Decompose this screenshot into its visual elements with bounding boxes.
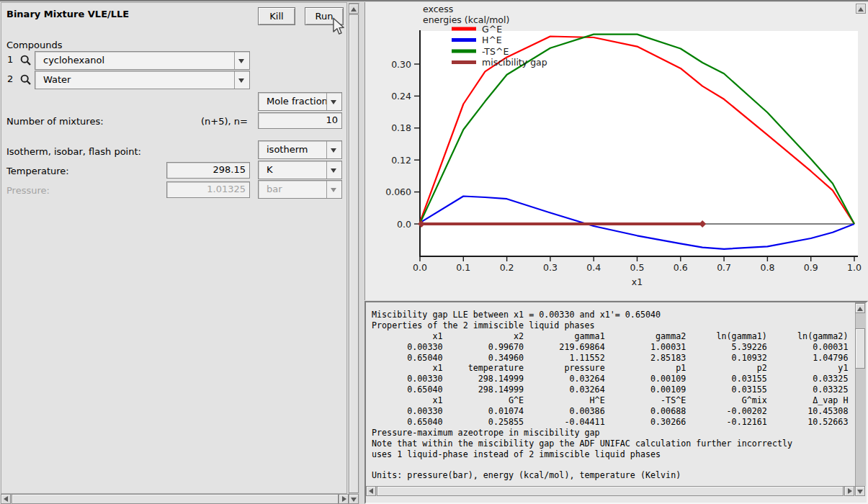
chevron-down-icon	[326, 181, 341, 198]
console-line: Miscibility gap LLE between x1 = 0.00330…	[372, 310, 847, 320]
x-tick-label: 0.3	[543, 262, 558, 273]
legend-label: H^E	[482, 35, 502, 45]
run-button[interactable]: Run	[305, 7, 344, 25]
compound-2-combobox[interactable]: Water	[35, 71, 250, 89]
y-tick-label: 0.18	[391, 122, 411, 133]
temperature-input[interactable]: 298.15	[166, 162, 250, 179]
mode-label: Isotherm, isobar, flash point:	[6, 146, 141, 157]
console-hscrollbar-thumb[interactable]	[377, 486, 844, 496]
temperature-unit-value: K	[267, 164, 273, 175]
scroll-up-arrow-icon[interactable]	[855, 303, 865, 313]
left-panel-vscrollbar[interactable]	[349, 3, 359, 504]
scroll-down-arrow-icon[interactable]	[855, 486, 865, 496]
page-title: Binary Mixture VLE/LLE	[6, 9, 129, 19]
kill-button[interactable]: Kill	[258, 7, 295, 25]
console-line: Units: pressure(bar), energy (kcal/mol),…	[372, 470, 847, 481]
legend-label: -TS^E	[482, 46, 509, 57]
console-line: 0.00330 0.99670 219.69864 1.00031 5.3922…	[372, 342, 847, 353]
composition-unit-combobox[interactable]: Mole fraction	[258, 92, 342, 111]
console-line: 0.65040 0.34960 1.11552 2.85183 0.10932 …	[372, 353, 847, 364]
pressure-unit-combobox: bar	[258, 180, 342, 199]
console-line: 0.65040 0.25855 -0.04411 0.30266 -0.1216…	[372, 417, 847, 428]
composition-unit-value: Mole fraction	[267, 96, 328, 107]
output-console-panel: Miscibility gap LLE between x1 = 0.00330…	[364, 301, 868, 504]
scroll-up-arrow-icon[interactable]	[349, 4, 359, 14]
compound-2-search-button[interactable]	[18, 72, 33, 89]
console-line	[372, 459, 847, 470]
temperature-unit-combobox[interactable]: K	[258, 161, 342, 179]
app-window: { "left_panel": { "title": "Binary Mixtu…	[0, 0, 868, 504]
compound-2-index: 2	[7, 73, 13, 84]
mode-combobox[interactable]: isotherm	[258, 140, 342, 159]
compound-1-combobox[interactable]: cyclohexanol	[35, 51, 250, 70]
left-panel-hscrollbar[interactable]	[1, 494, 349, 504]
compounds-label: Compounds	[6, 40, 62, 50]
console-line: x1 G^E H^E -TS^E G^mix Δ_vap H	[372, 395, 847, 406]
console-line: Note that within the miscibility gap the…	[372, 438, 847, 449]
y-tick-label: 0.12	[391, 155, 411, 166]
scroll-left-arrow-icon[interactable]	[1, 494, 11, 504]
chevron-down-icon[interactable]	[326, 141, 341, 158]
mixtures-label: Number of mixtures:	[6, 116, 104, 127]
x-tick-label: 1.0	[847, 262, 862, 273]
scroll-left-arrow-icon[interactable]	[366, 486, 376, 496]
legend-label: miscibility gap	[482, 57, 547, 68]
scroll-down-arrow-icon[interactable]	[349, 494, 359, 504]
x-tick-label: 0.1	[456, 262, 470, 273]
x-tick-label: 0.9	[804, 262, 818, 273]
excess-energies-chart-panel: excessenergies (kcal/mol)0.00.0600.120.1…	[364, 2, 868, 300]
left-panel-hscrollbar-thumb[interactable]	[12, 494, 339, 504]
temperature-label: Temperature:	[6, 166, 69, 176]
x-tick-label: 0.8	[760, 262, 774, 273]
pressure-label: Pressure:	[6, 185, 50, 196]
x-tick-label: 0.4	[586, 262, 601, 273]
console-vscrollbar-thumb[interactable]	[855, 328, 865, 369]
console-line: 0.00330 0.01074 0.00386 0.00688 -0.00202…	[372, 406, 847, 417]
console-output: Miscibility gap LLE between x1 = 0.00330…	[372, 310, 847, 481]
mixtures-input[interactable]: 10	[258, 112, 342, 129]
scroll-right-arrow-icon[interactable]	[844, 486, 854, 496]
search-icon	[19, 54, 32, 67]
y-tick-label: 0.060	[385, 186, 411, 197]
scroll-right-arrow-icon[interactable]	[339, 494, 349, 504]
compound-1-search-button[interactable]	[18, 53, 33, 70]
x-tick-label: 0.6	[674, 262, 688, 273]
y-tick-label: 0.24	[391, 91, 411, 102]
pressure-unit-value: bar	[267, 184, 282, 194]
settings-panel: Binary Mixture VLE/LLE Kill Run Compound…	[1, 2, 347, 494]
x-axis-label: x1	[632, 276, 643, 287]
chevron-down-icon[interactable]	[326, 161, 341, 179]
mixtures-formula: (n+5), n=	[167, 116, 248, 127]
legend-label: G^E	[482, 24, 502, 35]
x-tick-label: 0.0	[413, 262, 427, 273]
console-line: 0.65040 298.14999 0.03264 0.00109 0.0315…	[372, 384, 847, 395]
left-panel-vscrollbar-thumb[interactable]	[349, 14, 359, 493]
excess-energies-chart: excessenergies (kcal/mol)0.00.0600.120.1…	[365, 2, 868, 300]
mode-value: isotherm	[267, 144, 308, 155]
console-line: Properties of the 2 immiscible liquid ph…	[372, 320, 847, 331]
x-tick-label: 0.2	[500, 262, 514, 273]
console-line: Pressure-maximum azeotrope in miscibilit…	[372, 428, 847, 438]
chevron-down-icon[interactable]	[234, 52, 249, 69]
y-tick-label: 0.30	[391, 59, 411, 70]
compound-2-value: Water	[43, 74, 71, 85]
console-vscrollbar[interactable]	[855, 302, 866, 486]
chart-scroll-up-arrow-icon[interactable]	[856, 4, 866, 14]
console-line: 0.00330 298.14999 0.03264 0.00109 0.0315…	[372, 374, 847, 384]
chart-title: excess	[423, 4, 453, 14]
compound-1-index: 1	[7, 54, 13, 65]
compound-1-value: cyclohexanol	[43, 55, 104, 66]
search-icon	[19, 73, 32, 86]
chevron-down-icon[interactable]	[326, 93, 341, 110]
pressure-input: 1.01325	[166, 181, 250, 198]
chevron-down-icon[interactable]	[234, 71, 249, 89]
console-hscrollbar[interactable]	[366, 486, 855, 496]
y-tick-label: 0.0	[397, 219, 411, 230]
console-line: x1 temperature pressure p1 p2 y1	[372, 363, 847, 374]
x-tick-label: 0.5	[630, 262, 645, 273]
x-tick-label: 0.7	[717, 262, 731, 273]
console-line: x1 x2 gamma1 gamma2 ln(gamma1) ln(gamma2…	[372, 331, 847, 342]
console-line: uses 1 liquid-phase instead of 2 immisci…	[372, 449, 847, 460]
